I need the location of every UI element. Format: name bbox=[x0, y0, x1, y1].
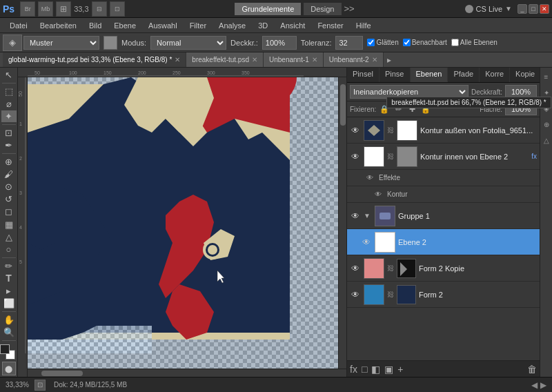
crop-tool[interactable]: ⊡ bbox=[1, 127, 17, 139]
layer-vis-gruppe1[interactable]: 👁 bbox=[350, 210, 361, 222]
menu-fenster[interactable]: Fenster bbox=[312, 20, 348, 31]
quick-mask-button[interactable]: ⬤ bbox=[2, 362, 16, 375]
tab-unbenannt2[interactable]: Unbenannt-2 ✕ bbox=[324, 52, 384, 67]
mini-btn-4[interactable]: ⊕ bbox=[541, 117, 552, 132]
minimize-button[interactable]: _ bbox=[518, 4, 527, 14]
menu-bearbeiten[interactable]: Bearbeiten bbox=[34, 20, 82, 31]
panel-tab-korre[interactable]: Korre bbox=[480, 68, 510, 82]
menu-ansicht[interactable]: Ansicht bbox=[275, 20, 310, 31]
hand-tool[interactable]: ✋ bbox=[1, 314, 17, 326]
menu-hilfe[interactable]: Hilfe bbox=[351, 20, 377, 31]
arrange-icon[interactable]: ⊟ bbox=[92, 1, 107, 17]
panel-tab-kopie[interactable]: Kopie bbox=[510, 68, 541, 82]
more-workspaces-icon[interactable]: >> bbox=[344, 3, 355, 14]
menu-3d[interactable]: 3D bbox=[253, 20, 273, 31]
alle-ebenen-checkbox[interactable] bbox=[451, 39, 459, 46]
layer-item-gruppe1[interactable]: 👁 ▼ Gruppe 1 bbox=[347, 203, 540, 229]
menu-auswahl[interactable]: Auswahl bbox=[143, 20, 183, 31]
mini-btn-1[interactable]: ≡ bbox=[541, 69, 552, 84]
tab-unbenannt1[interactable]: Unbenannt-1 ✕ bbox=[264, 52, 324, 67]
adjustment-button[interactable]: ◧ bbox=[371, 364, 380, 375]
gradient-tool[interactable]: ▦ bbox=[1, 219, 17, 231]
tab-close-breakeffekt[interactable]: ✕ bbox=[252, 56, 257, 63]
horizontal-scrollbar[interactable] bbox=[28, 369, 346, 377]
toleranz-input[interactable]: 32 bbox=[335, 36, 363, 50]
vertical-scrollbar[interactable] bbox=[338, 77, 346, 369]
color-swatch-preview[interactable] bbox=[103, 36, 117, 50]
benachbart-checkbox-area[interactable]: Benachbart bbox=[403, 39, 447, 46]
menu-ebene[interactable]: Ebene bbox=[108, 20, 141, 31]
preset-select[interactable]: Muster bbox=[23, 36, 99, 50]
move-tool[interactable]: ↖ bbox=[1, 69, 17, 81]
layer-vis-kontur-aussen[interactable]: 👁 bbox=[350, 125, 361, 136]
layer-vis-ebene2[interactable]: 👁 bbox=[361, 237, 372, 248]
deckk-input[interactable]: 100% bbox=[262, 36, 297, 50]
minibr-icon[interactable]: Mb bbox=[38, 1, 53, 17]
kontur-eye[interactable]: 👁 bbox=[375, 190, 382, 198]
zoom-tool[interactable]: 🔍 bbox=[1, 326, 17, 338]
effekte-eye[interactable]: 👁 bbox=[366, 174, 373, 182]
clone-tool[interactable]: ⊙ bbox=[1, 181, 17, 193]
glatten-checkbox[interactable] bbox=[367, 39, 375, 46]
path-selection-tool[interactable]: ▸ bbox=[1, 285, 17, 297]
new-group-button[interactable]: ▣ bbox=[384, 364, 393, 375]
vscroll-thumb[interactable] bbox=[340, 84, 346, 126]
fg-color-swatch[interactable] bbox=[0, 344, 10, 354]
layer-item-kontur-innen[interactable]: 👁 ⛓ Kontur innen von Ebene 2 fx bbox=[347, 144, 540, 170]
maximize-button[interactable]: □ bbox=[529, 4, 538, 14]
history-brush-tool[interactable]: ↺ bbox=[1, 193, 17, 205]
pen-tool[interactable]: ✏ bbox=[1, 260, 17, 272]
add-style-button[interactable]: fx bbox=[350, 364, 357, 375]
magic-wand-tool[interactable]: ✦ bbox=[1, 110, 17, 122]
mini-btn-5[interactable]: △ bbox=[541, 133, 552, 148]
brush-tool[interactable]: 🖌 bbox=[1, 168, 17, 180]
panel-tab-pfade[interactable]: Pfade bbox=[448, 68, 480, 82]
design-button[interactable]: Design bbox=[304, 3, 341, 15]
tab-global-warming[interactable]: global-warming-tut.psd bei 33,3% (Ebene … bbox=[3, 52, 186, 67]
cs-live-label[interactable]: CS Live bbox=[476, 5, 503, 13]
status-nav-next[interactable]: ▶ bbox=[540, 380, 546, 390]
group-expand-arrow[interactable]: ▼ bbox=[364, 212, 372, 219]
menu-datei[interactable]: Datei bbox=[4, 20, 33, 31]
new-layer-button[interactable]: + bbox=[397, 364, 403, 375]
layer-vis-form2kopie[interactable]: 👁 bbox=[350, 263, 361, 274]
view-icon[interactable]: ⊡ bbox=[110, 1, 125, 17]
close-button[interactable]: ✕ bbox=[540, 4, 549, 14]
status-nav-prev[interactable]: ◀ bbox=[531, 380, 538, 390]
text-tool[interactable]: T bbox=[1, 273, 17, 284]
bridge-icon[interactable]: Br bbox=[20, 1, 35, 17]
layer-item-ebene2[interactable]: 👁 Ebene 2 bbox=[347, 229, 540, 255]
tab-close-unbenannt1[interactable]: ✕ bbox=[312, 56, 317, 63]
panel-tab-pinsel1[interactable]: Pinsel bbox=[347, 68, 379, 82]
layer-vis-kontur-innen[interactable]: 👁 bbox=[350, 151, 361, 162]
benachbart-checkbox[interactable] bbox=[403, 39, 411, 46]
add-mask-button[interactable]: □ bbox=[362, 364, 367, 375]
cs-live-arrow[interactable]: ▼ bbox=[505, 5, 512, 12]
layout-icon[interactable]: ⊞ bbox=[56, 1, 71, 17]
layer-vis-form2[interactable]: 👁 bbox=[350, 289, 361, 300]
glatten-checkbox-area[interactable]: Glätten bbox=[367, 39, 398, 46]
tab-close-global[interactable]: ✕ bbox=[175, 56, 180, 63]
delete-layer-button[interactable]: 🗑 bbox=[527, 364, 537, 375]
tool-icon[interactable]: ◈ bbox=[3, 35, 22, 51]
menu-bild[interactable]: Bild bbox=[83, 20, 107, 31]
eyedropper-tool[interactable]: ✒ bbox=[1, 139, 17, 151]
panel-tab-ebenen[interactable]: Ebenen bbox=[411, 68, 448, 82]
panel-tab-pinse2[interactable]: Pinse bbox=[379, 68, 411, 82]
eraser-tool[interactable]: ◻ bbox=[1, 206, 17, 217]
layer-item-form2kopie[interactable]: 👁 ⛓ Form 2 Kopie bbox=[347, 255, 540, 282]
menu-filter[interactable]: Filter bbox=[184, 20, 212, 31]
marquee-tool[interactable]: ⬚ bbox=[1, 86, 17, 97]
shape-tool[interactable]: ⬜ bbox=[1, 297, 17, 309]
blur-tool[interactable]: △ bbox=[1, 231, 17, 243]
layer-item-kontur-aussen[interactable]: 👁 ⛓ Kontur außen von Fotolia_9651... bbox=[347, 117, 540, 144]
lasso-tool[interactable]: ⌀ bbox=[1, 98, 17, 110]
dodge-tool[interactable]: ○ bbox=[1, 244, 17, 255]
menu-analyse[interactable]: Analyse bbox=[213, 20, 251, 31]
tab-close-unbenannt2[interactable]: ✕ bbox=[372, 56, 377, 63]
tab-breakeffekt[interactable]: breakeffekt-tut.psd ✕ breakeffekt-tut.ps… bbox=[186, 52, 264, 67]
alle-ebenen-checkbox-area[interactable]: Alle Ebenen bbox=[451, 39, 497, 46]
layer-item-form2[interactable]: 👁 ⛓ Form 2 bbox=[347, 282, 540, 308]
tab-more-button[interactable]: ▸ bbox=[384, 52, 395, 67]
grundelemente-button[interactable]: Grundelemente bbox=[235, 3, 301, 15]
